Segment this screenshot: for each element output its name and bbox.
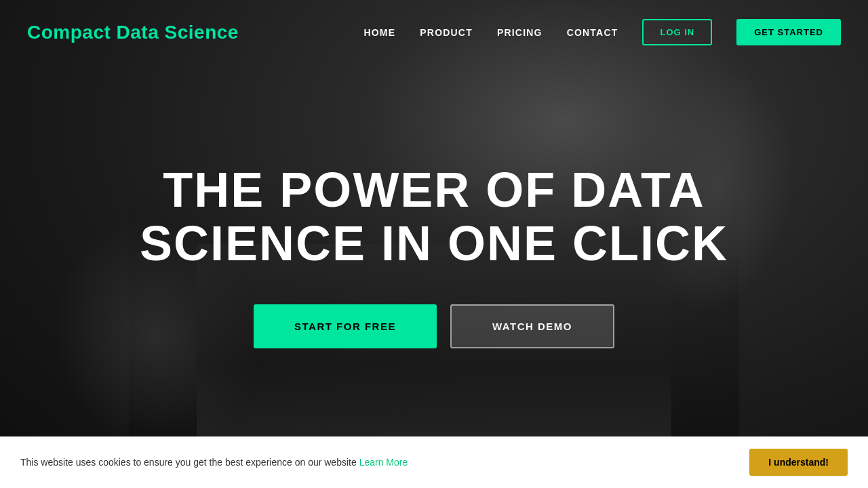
cookie-message: This website uses cookies to ensure you …: [20, 457, 357, 468]
cookie-accept-button[interactable]: I understand!: [749, 449, 848, 476]
start-for-free-button[interactable]: START FOR FREE: [254, 304, 437, 348]
watch-demo-button[interactable]: WATCH DEMO: [450, 304, 614, 348]
hero-buttons: START FOR FREE WATCH DEMO: [254, 304, 614, 348]
nav-link-product[interactable]: PRODUCT: [420, 27, 473, 38]
hero-section: Compact Data Science HOME PRODUCT PRICIN…: [0, 0, 868, 488]
navbar: Compact Data Science HOME PRODUCT PRICIN…: [0, 0, 868, 64]
hero-title: THE POWER OF DATA SCIENCE IN ONE CLICK: [140, 163, 728, 270]
get-started-button[interactable]: GET STARTED: [736, 19, 841, 45]
nav-link-pricing[interactable]: PRICING: [497, 27, 542, 38]
nav-links: HOME PRODUCT PRICING CONTACT LOG IN GET …: [363, 19, 841, 45]
cookie-text-container: This website uses cookies to ensure you …: [20, 457, 408, 468]
hero-title-line2: SCIENCE IN ONE CLICK: [140, 216, 728, 270]
cookie-banner: This website uses cookies to ensure you …: [0, 436, 868, 488]
nav-link-home[interactable]: HOME: [363, 27, 395, 38]
login-button[interactable]: LOG IN: [642, 19, 712, 45]
nav-link-contact[interactable]: CONTACT: [567, 27, 618, 38]
hero-title-line1: THE POWER OF DATA: [163, 163, 705, 217]
brand-logo[interactable]: Compact Data Science: [27, 22, 239, 43]
cookie-learn-more-link[interactable]: Learn More: [359, 457, 408, 468]
hero-content: THE POWER OF DATA SCIENCE IN ONE CLICK S…: [0, 64, 868, 488]
